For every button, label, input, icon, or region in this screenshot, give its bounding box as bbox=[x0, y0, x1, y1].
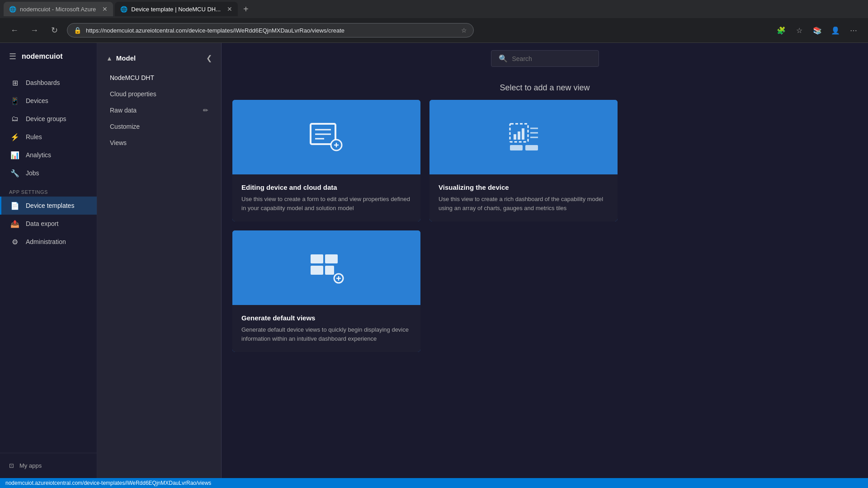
editing-card-title: Editing device and cloud data bbox=[241, 183, 411, 191]
sidebar-label-data-export: Data export bbox=[26, 220, 58, 227]
model-label: Model bbox=[116, 54, 136, 62]
app-name: nodemcuiot bbox=[22, 52, 63, 61]
analytics-icon: 📊 bbox=[10, 150, 19, 160]
sidebar-item-devices[interactable]: 📱 Devices bbox=[0, 92, 97, 110]
customize-label: Customize bbox=[110, 123, 140, 130]
editing-icon-area bbox=[232, 100, 420, 174]
svg-rect-10 bbox=[522, 128, 524, 140]
tab-bar: 🌐 nodemcuiot - Microsoft Azure ✕ 🌐 Devic… bbox=[0, 0, 868, 18]
sidebar-item-device-groups[interactable]: 🗂 Device groups bbox=[0, 110, 97, 128]
visualizing-card-desc: Use this view to create a rich dashboard… bbox=[439, 195, 609, 212]
sidebar-item-rules[interactable]: ⚡ Rules bbox=[0, 128, 97, 146]
device-groups-icon: 🗂 bbox=[10, 114, 19, 123]
new-tab-button[interactable]: + bbox=[240, 4, 252, 14]
my-apps-icon: ⊡ bbox=[9, 462, 14, 469]
address-text: https://nodemcuiot.azureiotcentral.com/d… bbox=[86, 27, 457, 34]
model-item-raw-data[interactable]: Raw data ✏ bbox=[97, 102, 221, 118]
app: ☰ nodemcuiot ⊞ Dashboards 📱 Devices 🗂 De… bbox=[0, 43, 868, 478]
my-apps-label: My apps bbox=[19, 462, 42, 469]
reload-button[interactable]: ↻ bbox=[47, 23, 61, 38]
statusbar: nodemcuiot.azureiotcentral.com/device-te… bbox=[0, 478, 868, 488]
sidebar-item-data-export[interactable]: 📤 Data export bbox=[0, 215, 97, 233]
app-settings-label: App settings bbox=[0, 182, 97, 197]
sidebar-item-dashboards[interactable]: ⊞ Dashboards bbox=[0, 74, 97, 92]
generate-card-body: Generate default views Generate default … bbox=[232, 305, 420, 352]
my-apps-item[interactable]: ⊡ My apps bbox=[9, 459, 88, 473]
visualizing-card-title: Visualizing the device bbox=[439, 183, 609, 191]
editing-card-desc: Use this view to create a form to edit a… bbox=[241, 195, 411, 212]
tab-azure[interactable]: 🌐 nodemcuiot - Microsoft Azure ✕ bbox=[4, 2, 113, 16]
star-icon: ☆ bbox=[461, 27, 467, 34]
device-templates-icon: 📄 bbox=[10, 201, 19, 210]
hamburger-menu[interactable]: ☰ bbox=[9, 52, 16, 61]
generate-card-title: Generate default views bbox=[241, 314, 411, 322]
forward-button[interactable]: → bbox=[27, 23, 42, 38]
model-title: ▲ Model bbox=[106, 54, 136, 62]
main-content: 🔍 Select to add a new view bbox=[222, 43, 868, 478]
sidebar-label-jobs: Jobs bbox=[26, 169, 39, 177]
visualizing-icon bbox=[505, 122, 542, 153]
generate-icon-area bbox=[232, 230, 420, 305]
model-item-nodemcu[interactable]: NodeMCU DHT bbox=[97, 70, 221, 86]
favorites-button[interactable]: ☆ bbox=[792, 23, 807, 38]
tab-icon-2: 🌐 bbox=[120, 6, 127, 13]
model-chevron-up: ▲ bbox=[106, 55, 113, 62]
sidebar-item-device-templates[interactable]: 📄 Device templates bbox=[0, 197, 97, 215]
template-name: NodeMCU DHT bbox=[110, 74, 154, 81]
visualizing-card-body: Visualizing the device Use this view to … bbox=[429, 174, 618, 221]
devices-icon: 📱 bbox=[10, 96, 19, 105]
back-button[interactable]: ← bbox=[7, 23, 22, 38]
model-back-button[interactable]: ❮ bbox=[206, 54, 212, 62]
model-header: ▲ Model ❮ bbox=[97, 50, 221, 66]
statusbar-text: nodemcuiot.azureiotcentral.com/device-te… bbox=[5, 480, 211, 486]
views-label: Views bbox=[110, 139, 127, 146]
edit-icon: ✏ bbox=[203, 107, 208, 114]
rules-icon: ⚡ bbox=[10, 132, 19, 141]
sidebar: ☰ nodemcuiot ⊞ Dashboards 📱 Devices 🗂 De… bbox=[0, 43, 97, 478]
visualizing-icon-area bbox=[429, 100, 618, 174]
generate-views-card[interactable]: Generate default views Generate default … bbox=[232, 230, 420, 352]
svg-rect-19 bbox=[325, 266, 334, 275]
profile-button[interactable]: 👤 bbox=[828, 23, 843, 38]
tab-icon: 🌐 bbox=[9, 6, 16, 13]
editing-icon bbox=[308, 122, 344, 153]
sidebar-item-analytics[interactable]: 📊 Analytics bbox=[0, 146, 97, 164]
generate-card-desc: Generate default device views to quickly… bbox=[241, 325, 411, 343]
search-bar[interactable]: 🔍 bbox=[491, 50, 599, 67]
tab-close-btn[interactable]: ✕ bbox=[102, 5, 108, 13]
tab-close-btn-2[interactable]: ✕ bbox=[227, 5, 232, 13]
tab-title: nodemcuiot - Microsoft Azure bbox=[20, 6, 96, 13]
tab-device-template[interactable]: 🌐 Device template | NodeMCU DH... ✕ bbox=[115, 2, 238, 16]
svg-rect-16 bbox=[311, 254, 323, 263]
editing-device-card[interactable]: Editing device and cloud data Use this v… bbox=[232, 100, 420, 221]
sidebar-label-device-groups: Device groups bbox=[26, 115, 66, 122]
sidebar-item-jobs[interactable]: 🔧 Jobs bbox=[0, 164, 97, 182]
sidebar-label-dashboards: Dashboards bbox=[26, 79, 60, 86]
browser-chrome: 🌐 nodemcuiot - Microsoft Azure ✕ 🌐 Devic… bbox=[0, 0, 868, 43]
jobs-icon: 🔧 bbox=[10, 169, 19, 178]
model-item-cloud-properties[interactable]: Cloud properties bbox=[97, 86, 221, 102]
sidebar-label-rules: Rules bbox=[26, 133, 42, 141]
sidebar-bottom: ⊡ My apps bbox=[0, 453, 97, 478]
search-input[interactable] bbox=[512, 55, 591, 62]
svg-rect-18 bbox=[311, 266, 323, 275]
sidebar-label-device-templates: Device templates bbox=[26, 202, 74, 209]
sidebar-item-administration[interactable]: ⚙ Administration bbox=[0, 233, 97, 251]
collections-button[interactable]: 📚 bbox=[810, 23, 825, 38]
sidebar-label-administration: Administration bbox=[26, 238, 66, 245]
svg-rect-9 bbox=[518, 131, 520, 140]
search-icon: 🔍 bbox=[499, 54, 508, 63]
extensions-button[interactable]: 🧩 bbox=[774, 23, 788, 38]
address-bar[interactable]: 🔒 https://nodemcuiot.azureiotcentral.com… bbox=[67, 23, 474, 38]
page-subtitle: Select to add a new view bbox=[222, 74, 868, 100]
svg-rect-15 bbox=[525, 145, 538, 150]
data-export-icon: 📤 bbox=[10, 219, 19, 228]
model-item-views[interactable]: Views bbox=[97, 135, 221, 151]
lock-icon: 🔒 bbox=[74, 27, 81, 34]
model-item-customize[interactable]: Customize bbox=[97, 118, 221, 135]
svg-rect-14 bbox=[510, 145, 523, 150]
visualizing-device-card[interactable]: Visualizing the device Use this view to … bbox=[429, 100, 618, 221]
cloud-properties-label: Cloud properties bbox=[110, 90, 156, 98]
svg-rect-8 bbox=[514, 134, 516, 140]
more-button[interactable]: ⋯ bbox=[846, 23, 861, 38]
